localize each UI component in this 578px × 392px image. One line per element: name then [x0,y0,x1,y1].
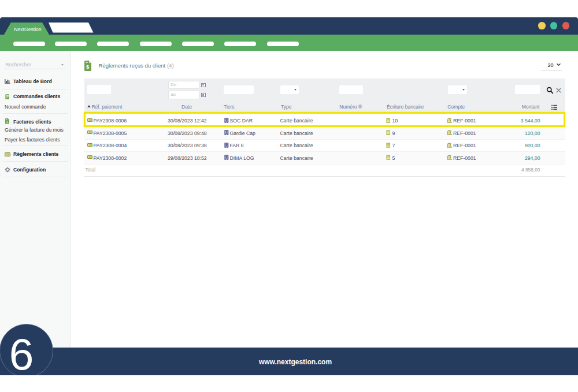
svg-text:$: $ [6,120,8,124]
svg-text:$: $ [86,63,90,69]
